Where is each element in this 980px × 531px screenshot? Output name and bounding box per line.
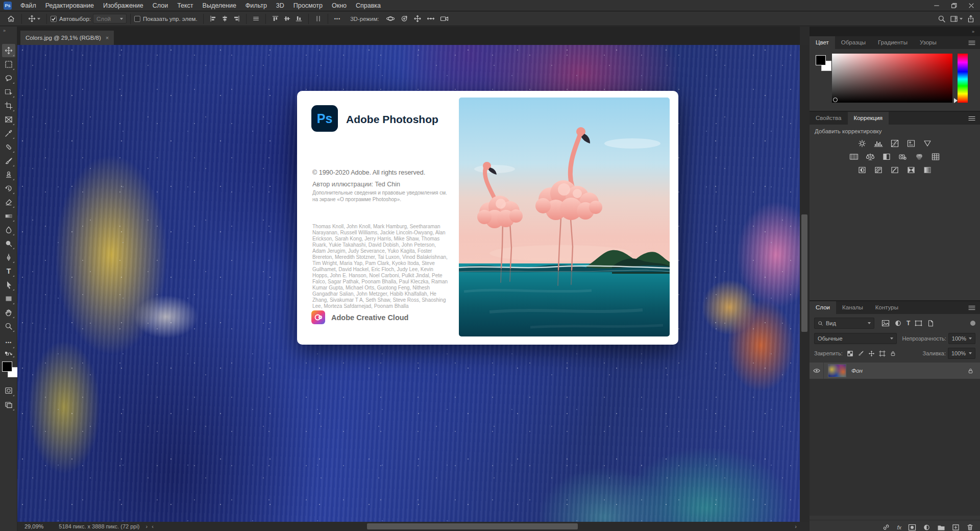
scroll-right-icon[interactable]: ›	[793, 523, 799, 529]
minimize-button[interactable]	[928, 0, 945, 11]
status-back-icon[interactable]: ‹	[150, 523, 156, 529]
align-middle-icon[interactable]	[281, 15, 293, 22]
edit-toolbar-icon[interactable]: •••	[2, 336, 15, 349]
share-icon[interactable]	[967, 15, 975, 23]
photo-filter-icon[interactable]	[897, 152, 909, 161]
home-icon[interactable]	[4, 14, 18, 23]
status-flyout-icon[interactable]: ›	[144, 523, 150, 529]
3d-camera-icon[interactable]	[437, 15, 452, 22]
lock-pixels-icon[interactable]	[857, 350, 864, 357]
rectangular-marquee-tool[interactable]	[2, 58, 15, 71]
align-left-icon[interactable]	[207, 15, 219, 22]
rectangle-tool[interactable]	[2, 292, 15, 305]
distribute-h-icon[interactable]	[250, 15, 262, 22]
menu-image[interactable]: Изображение	[99, 0, 148, 11]
new-group-icon[interactable]	[937, 524, 945, 531]
new-adjustment-layer-icon[interactable]	[923, 524, 930, 531]
3d-orbit-icon[interactable]	[383, 15, 398, 22]
tab-channels[interactable]: Каналы	[836, 301, 869, 314]
eyedropper-tool[interactable]	[2, 127, 15, 140]
vibrance-icon[interactable]	[922, 139, 933, 148]
new-layer-icon[interactable]	[952, 524, 960, 531]
type-tool[interactable]: T	[2, 264, 15, 278]
lock-artboard-icon[interactable]	[879, 350, 886, 357]
filter-type-layers-icon[interactable]: T	[906, 320, 910, 327]
menu-file[interactable]: Файл	[16, 0, 41, 11]
black-white-icon[interactable]	[881, 152, 892, 161]
layer-filter-toggle[interactable]	[970, 321, 975, 326]
align-top-icon[interactable]	[270, 15, 281, 22]
layer-row[interactable]: Фон	[810, 363, 980, 379]
eraser-tool[interactable]	[2, 196, 15, 209]
saturation-cursor[interactable]	[833, 98, 838, 102]
pen-tool[interactable]	[2, 251, 15, 264]
tab-paths[interactable]: Контуры	[869, 301, 904, 314]
color-balance-icon[interactable]	[865, 152, 876, 161]
tab-swatches[interactable]: Образцы	[835, 36, 872, 49]
fill-select[interactable]: 100%	[948, 348, 975, 359]
3d-pan-icon[interactable]	[411, 15, 424, 22]
levels-icon[interactable]	[873, 139, 884, 148]
tab-properties[interactable]: Свойства	[810, 112, 848, 125]
delete-layer-icon[interactable]	[966, 523, 974, 531]
canvas[interactable]: Ps Adobe Photoshop © 1990-2020 Adobe. Al…	[17, 45, 800, 522]
menu-3d[interactable]: 3D	[272, 0, 289, 11]
link-layers-icon[interactable]	[882, 523, 890, 531]
hue-slider-marker[interactable]	[954, 98, 958, 103]
zoom-level[interactable]: 29,09%	[24, 523, 43, 529]
dodge-tool[interactable]	[2, 237, 15, 250]
frame-tool[interactable]	[2, 113, 15, 126]
add-mask-icon[interactable]	[908, 524, 916, 531]
tab-layers[interactable]: Слои	[810, 301, 836, 314]
filter-smart-objects-icon[interactable]	[927, 320, 934, 327]
lock-position-icon[interactable]	[868, 350, 875, 357]
move-tool[interactable]	[2, 44, 15, 57]
menu-edit[interactable]: Редактирование	[41, 0, 99, 11]
document-tab[interactable]: Colors.jpg @ 29,1% (RGB/8) ×	[20, 31, 114, 45]
clone-stamp-tool[interactable]	[2, 168, 15, 181]
lock-transparency-icon[interactable]	[847, 350, 853, 357]
menu-view[interactable]: Просмотр	[289, 0, 327, 11]
opacity-select[interactable]: 100%	[948, 333, 975, 344]
toolbar-collapse-icon[interactable]: »	[0, 27, 17, 33]
path-selection-tool[interactable]	[2, 278, 15, 292]
brightness-contrast-icon[interactable]	[856, 139, 868, 148]
menu-type[interactable]: Текст	[173, 0, 198, 11]
dock-collapse-icon[interactable]: »	[810, 27, 980, 36]
saturation-field[interactable]	[832, 54, 952, 103]
foreground-color-swatch[interactable]	[2, 361, 12, 372]
move-tool-preset-icon[interactable]	[26, 15, 43, 22]
more-options-icon[interactable]: •••	[332, 16, 343, 21]
layer-thumbnail[interactable]	[828, 364, 846, 377]
panel-menu-icon[interactable]	[968, 40, 980, 46]
menu-select[interactable]: Выделение	[198, 0, 241, 11]
panel-color-swatches[interactable]	[816, 55, 833, 73]
tab-patterns[interactable]: Узоры	[914, 36, 943, 49]
menu-filter[interactable]: Фильтр	[241, 0, 272, 11]
menu-layers[interactable]: Слои	[148, 0, 173, 11]
filter-pixel-layers-icon[interactable]	[881, 320, 890, 327]
layer-select[interactable]: Слой	[93, 14, 127, 23]
channel-mixer-icon[interactable]	[914, 152, 925, 161]
tab-adjustments[interactable]: Коррекция	[848, 112, 889, 125]
crop-tool[interactable]	[2, 99, 15, 112]
workspace-switcher-icon[interactable]	[950, 15, 963, 23]
gradient-map-icon[interactable]	[905, 165, 917, 174]
selective-color-icon[interactable]	[922, 165, 933, 174]
invert-icon[interactable]	[856, 165, 868, 174]
hue-saturation-icon[interactable]	[848, 152, 860, 161]
hue-slider[interactable]	[958, 54, 968, 103]
distribute-v-icon[interactable]	[312, 15, 324, 22]
vertical-scrollbar[interactable]	[800, 45, 810, 522]
align-center-h-icon[interactable]	[219, 15, 231, 22]
menu-help[interactable]: Справка	[351, 0, 385, 11]
tab-close-icon[interactable]: ×	[106, 35, 109, 41]
tab-color[interactable]: Цвет	[810, 36, 835, 49]
blur-tool[interactable]	[2, 223, 15, 236]
color-lookup-icon[interactable]	[930, 152, 941, 161]
align-right-icon[interactable]	[231, 15, 242, 22]
screen-mode-icon[interactable]	[2, 398, 15, 412]
blend-mode-select[interactable]: Обычные	[814, 333, 897, 344]
quick-mask-icon[interactable]	[2, 384, 15, 397]
3d-slide-icon[interactable]	[424, 15, 437, 22]
